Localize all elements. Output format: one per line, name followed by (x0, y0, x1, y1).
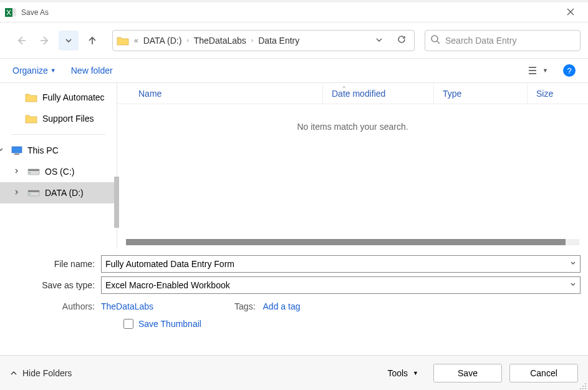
folder-tree[interactable]: Fully Automatec Support Files This PC OS… (0, 83, 117, 249)
search-box[interactable] (425, 30, 581, 51)
svg-rect-5 (12, 147, 22, 153)
forward-button[interactable] (35, 31, 55, 51)
svg-point-12 (29, 193, 31, 195)
svg-point-14 (582, 388, 584, 389)
chevron-right-icon: › (186, 37, 188, 44)
svg-rect-6 (14, 154, 19, 155)
folder-icon (117, 36, 129, 46)
tree-label: This PC (27, 145, 59, 155)
close-button[interactable] (558, 7, 583, 17)
breadcrumb-overflow[interactable]: « (134, 36, 138, 45)
chevron-right-icon: › (251, 37, 253, 44)
new-folder-button[interactable]: New folder (71, 66, 113, 76)
svg-point-13 (585, 386, 586, 387)
save-thumbnail-label[interactable]: Save Thumbnail (138, 319, 201, 329)
collapse-icon[interactable] (0, 147, 5, 154)
horizontal-scrollbar[interactable] (126, 239, 579, 245)
up-button[interactable] (82, 31, 102, 51)
organize-menu[interactable]: Organize ▼ (12, 66, 56, 76)
disk-icon (27, 167, 40, 176)
breadcrumb-dropdown[interactable] (370, 35, 388, 46)
expand-icon[interactable] (12, 189, 21, 197)
folder-icon (25, 92, 37, 102)
tree-item-fully-automated[interactable]: Fully Automatec (0, 87, 117, 108)
hide-folders-label: Hide Folders (22, 368, 72, 378)
help-button[interactable]: ? (563, 64, 576, 77)
svg-point-17 (580, 388, 581, 389)
tree-item-support-files[interactable]: Support Files (0, 108, 117, 129)
tree-label: DATA (D:) (45, 188, 84, 198)
column-date[interactable]: Date modified (323, 83, 434, 104)
tags-value[interactable]: Add a tag (263, 301, 301, 311)
resize-grip-icon[interactable] (579, 381, 587, 389)
column-name[interactable]: Name (117, 83, 323, 104)
savetype-value: Excel Macro-Enabled Workbook (105, 280, 230, 290)
svg-rect-8 (28, 169, 39, 171)
tree-label: Fully Automatec (42, 92, 105, 102)
disk-icon (27, 188, 40, 197)
organize-label: Organize (12, 66, 48, 76)
svg-rect-2 (12, 11, 16, 13)
filename-input[interactable] (105, 259, 576, 269)
svg-point-9 (29, 172, 31, 173)
svg-point-4 (431, 36, 438, 42)
column-type[interactable]: Type (434, 83, 528, 104)
recent-locations-button[interactable] (59, 31, 79, 51)
view-options-button[interactable]: ▼ (528, 66, 548, 75)
svg-rect-1 (12, 9, 16, 11)
svg-rect-11 (28, 190, 39, 192)
expand-icon[interactable] (12, 168, 21, 175)
search-icon (430, 34, 440, 47)
excel-icon (5, 7, 16, 18)
col-label: Type (443, 89, 461, 99)
window-title: Save As (21, 8, 49, 17)
svg-rect-3 (12, 14, 16, 16)
tools-menu[interactable]: Tools ▼ (387, 368, 418, 378)
breadcrumb-bar[interactable]: « DATA (D:) › TheDataLabs › Data Entry (112, 30, 415, 51)
pc-icon (11, 146, 22, 155)
svg-point-15 (585, 388, 586, 389)
authors-value[interactable]: TheDataLabs (101, 301, 153, 311)
back-button[interactable] (11, 31, 31, 51)
tree-label: OS (C:) (45, 167, 74, 177)
savetype-select[interactable]: Excel Macro-Enabled Workbook (101, 276, 581, 294)
hide-folders-button[interactable]: Hide Folders (10, 368, 72, 378)
authors-label: Authors: (7, 301, 101, 311)
savetype-dropdown-icon[interactable] (570, 281, 576, 289)
save-button[interactable]: Save (433, 364, 502, 383)
sort-indicator-icon: ⌃ (342, 85, 347, 92)
col-label: Size (536, 89, 553, 99)
col-label: Name (138, 89, 161, 99)
savetype-label: Save as type: (7, 280, 101, 290)
breadcrumb-seg-3[interactable]: Data Entry (258, 36, 299, 46)
refresh-button[interactable] (393, 34, 410, 47)
folder-icon (25, 114, 37, 124)
column-headers: ⌃ Name Date modified Type Size (117, 83, 588, 104)
caret-down-icon: ▼ (51, 67, 56, 74)
cancel-button[interactable]: Cancel (509, 364, 578, 383)
save-thumbnail-checkbox[interactable] (123, 319, 133, 329)
svg-point-16 (585, 383, 586, 384)
search-input[interactable] (445, 36, 575, 46)
filename-label: File name: (7, 259, 101, 269)
breadcrumb-seg-1[interactable]: DATA (D:) (143, 36, 182, 46)
col-label: Date modified (332, 89, 385, 99)
tree-item-this-pc[interactable]: This PC (0, 140, 117, 161)
tools-label: Tools (387, 368, 408, 378)
caret-down-icon: ▼ (413, 370, 418, 376)
empty-message: No items match your search. (117, 104, 588, 132)
filename-dropdown-icon[interactable] (570, 260, 576, 268)
tree-item-os-c[interactable]: OS (C:) (0, 161, 117, 182)
breadcrumb-seg-2[interactable]: TheDataLabs (194, 36, 246, 46)
column-size[interactable]: Size (528, 83, 565, 104)
tree-label: Support Files (42, 114, 94, 124)
tags-label: Tags: (234, 301, 263, 311)
tree-item-data-d[interactable]: DATA (D:) (0, 182, 117, 203)
filename-field-wrap[interactable] (101, 255, 581, 273)
svg-point-18 (582, 386, 584, 387)
